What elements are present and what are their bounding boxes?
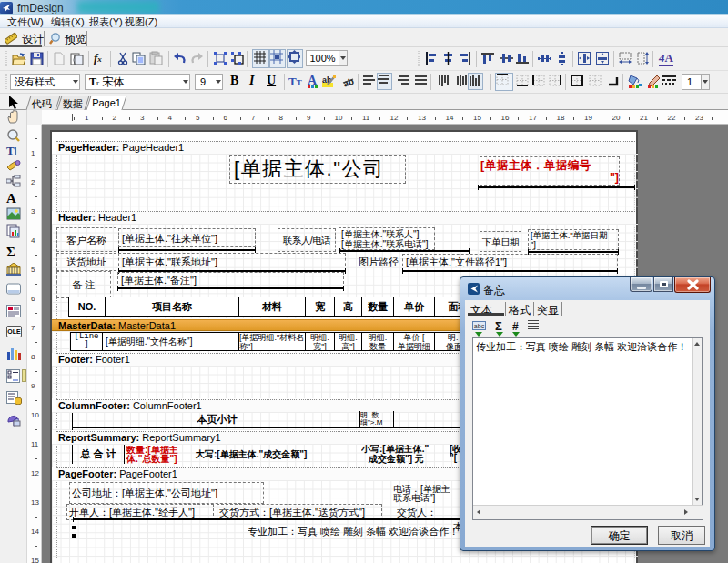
svg-text:A: A [308,74,318,87]
